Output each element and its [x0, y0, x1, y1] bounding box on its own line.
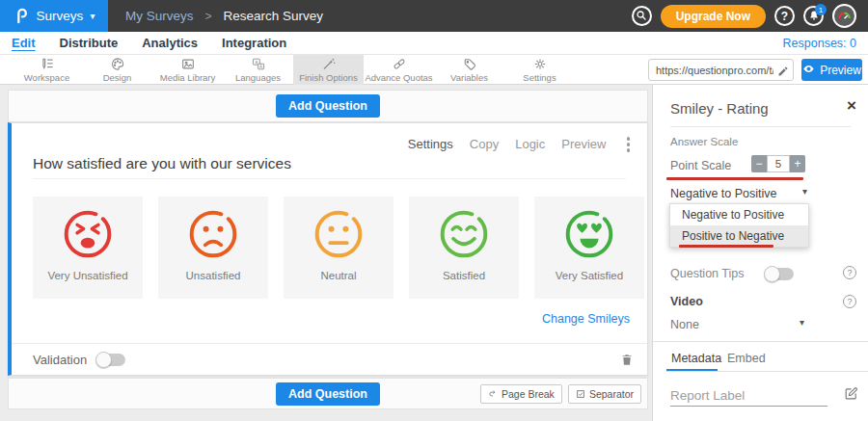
tab-analytics[interactable]: Analytics: [142, 36, 198, 50]
add-question-zone-bottom: Add Question Page Break Separator: [8, 378, 648, 409]
toolbar-item-settings[interactable]: Settings: [504, 55, 575, 85]
add-question-button-bottom[interactable]: Add Question: [276, 382, 380, 406]
close-icon[interactable]: ×: [847, 96, 856, 116]
toolbar-item-media-library[interactable]: Media Library: [152, 55, 223, 85]
scale-direction-select[interactable]: Negative to Positive: [670, 187, 776, 200]
toolbar-item-advance-quotas[interactable]: Advance Quotas: [364, 55, 434, 85]
smiley-option-unsatisfied[interactable]: Unsatisfied: [158, 197, 268, 299]
card-divider: [12, 343, 647, 344]
surveys-menu-label: Surveys: [37, 9, 84, 23]
help-button[interactable]: ?: [774, 6, 795, 26]
question-tips-help-icon[interactable]: ?: [843, 266, 856, 279]
upgrade-now-button[interactable]: Upgrade Now: [661, 5, 766, 28]
smiley-option-neutral[interactable]: Neutral: [284, 197, 393, 299]
question-title-divider: [33, 178, 626, 179]
tab-embed[interactable]: Embed: [727, 352, 766, 365]
breadcrumb-separator: >: [205, 10, 212, 23]
breadcrumb-current-survey: Research Survey: [224, 9, 324, 23]
chain-link-icon: [392, 57, 407, 71]
image-icon: [180, 57, 196, 71]
annotation-underline-point-scale: [666, 177, 803, 180]
gauge-icon: [836, 8, 853, 24]
tab-integration[interactable]: Integration: [222, 36, 286, 50]
increase-button[interactable]: +: [790, 155, 805, 172]
question-tab-logic[interactable]: Logic: [515, 137, 545, 151]
tab-metadata[interactable]: Metadata: [671, 352, 721, 365]
very-satisfied-smiley-icon: [562, 207, 616, 261]
chevron-down-icon[interactable]: ▾: [802, 186, 807, 197]
scale-direction-dropdown-menu: Negative to Positive Positive to Negativ…: [669, 203, 809, 248]
smiley-label: Neutral: [320, 270, 356, 281]
smiley-options: Very Unsatisfied Unsatisfied: [33, 197, 644, 299]
video-help-icon[interactable]: ?: [843, 295, 856, 308]
translate-icon: aA: [251, 57, 266, 71]
question-tips-label: Question Tips: [670, 267, 744, 280]
chevron-down-icon[interactable]: ▾: [800, 317, 804, 328]
tab-edit[interactable]: Edit: [12, 36, 36, 50]
validation-toggle[interactable]: [96, 354, 125, 366]
question-tab-settings[interactable]: Settings: [408, 137, 453, 151]
section-nav: Edit Distribute Analytics Integration Re…: [0, 32, 868, 55]
add-question-button-top[interactable]: Add Question: [276, 94, 380, 118]
edit-in-box-icon[interactable]: [844, 386, 858, 405]
breadcrumb: My Surveys > Research Survey: [125, 9, 323, 23]
smiley-option-very-satisfied[interactable]: Very Satisfied: [534, 197, 644, 299]
unsatisfied-smiley-icon: [186, 207, 240, 261]
toolbar-item-variables[interactable]: Variables: [434, 55, 504, 85]
questionpro-app: Surveys ▾ My Surveys > Research Survey U…: [0, 0, 868, 421]
toolbar-item-workspace[interactable]: Workspace: [12, 55, 82, 85]
preview-button[interactable]: Preview: [801, 59, 862, 81]
smiley-option-very-unsatisfied[interactable]: Very Unsatisfied: [33, 197, 143, 299]
question-tips-toggle[interactable]: [765, 268, 794, 280]
panel-divider: [653, 341, 868, 342]
notification-count-badge: 1: [815, 4, 827, 15]
edit-toolbar: Workspace Design Media Library aA Langua…: [0, 55, 868, 85]
profile-avatar[interactable]: [832, 4, 856, 28]
point-scale-stepper: − 5 +: [751, 155, 805, 172]
question-title[interactable]: How satisfied are you with our services: [33, 155, 291, 172]
add-question-zone-top: Add Question: [8, 90, 648, 122]
checkbox-icon: [576, 389, 585, 399]
video-select[interactable]: None: [670, 318, 699, 331]
search-button[interactable]: [632, 6, 652, 26]
breadcrumb-my-surveys[interactable]: My Surveys: [125, 9, 194, 23]
edit-url-pencil-icon[interactable]: [777, 64, 789, 81]
smiley-label: Satisfied: [443, 270, 485, 281]
smiley-label: Unsatisfied: [186, 270, 241, 281]
notifications-button[interactable]: 1: [803, 6, 824, 26]
tabs-bottom-border: [666, 371, 868, 372]
decrease-button[interactable]: −: [751, 155, 767, 172]
surveys-menu-button[interactable]: Surveys ▾: [0, 0, 108, 32]
option-positive-to-negative[interactable]: Positive to Negative: [670, 225, 808, 247]
section-tabs: Edit Distribute Analytics Integration: [12, 36, 286, 50]
tab-distribute[interactable]: Distribute: [60, 36, 119, 50]
responses-count[interactable]: Responses: 0: [783, 37, 856, 50]
question-tab-copy[interactable]: Copy: [470, 137, 499, 151]
separator-button[interactable]: Separator: [568, 384, 641, 404]
strip-actions: Page Break Separator: [480, 384, 641, 404]
change-smileys-link[interactable]: Change Smileys: [542, 312, 630, 326]
point-scale-label: Point Scale: [670, 159, 731, 172]
page-break-button[interactable]: Page Break: [480, 384, 562, 404]
annotation-underline-positive-to-negative: [679, 245, 773, 248]
question-settings-panel: Smiley - Rating × Answer Scale Point Sca…: [652, 85, 868, 421]
toolbar-item-design[interactable]: Design: [82, 55, 152, 85]
report-label-input[interactable]: [670, 385, 827, 407]
question-tab-preview[interactable]: Preview: [561, 137, 606, 151]
delete-question-icon[interactable]: [620, 353, 634, 371]
validation-label: Validation: [33, 353, 87, 367]
point-scale-value[interactable]: 5: [767, 155, 790, 172]
toolbar-item-languages[interactable]: aA Languages: [223, 55, 293, 85]
top-header: Surveys ▾ My Surveys > Research Survey U…: [0, 0, 868, 32]
survey-url-input[interactable]: [648, 59, 794, 81]
palette-icon: [110, 57, 125, 71]
question-card: Settings Copy Logic Preview How satisfie…: [8, 122, 648, 376]
option-negative-to-positive[interactable]: Negative to Positive: [670, 204, 808, 225]
more-options-icon[interactable]: [623, 135, 635, 154]
magic-wand-icon: [321, 57, 337, 71]
svg-text:a: a: [255, 60, 258, 65]
smiley-option-satisfied[interactable]: Satisfied: [409, 197, 519, 299]
smiley-label: Very Satisfied: [556, 270, 623, 281]
toolbar-item-finish-options[interactable]: Finish Options: [293, 55, 364, 85]
panel-title: Smiley - Rating: [670, 100, 769, 117]
